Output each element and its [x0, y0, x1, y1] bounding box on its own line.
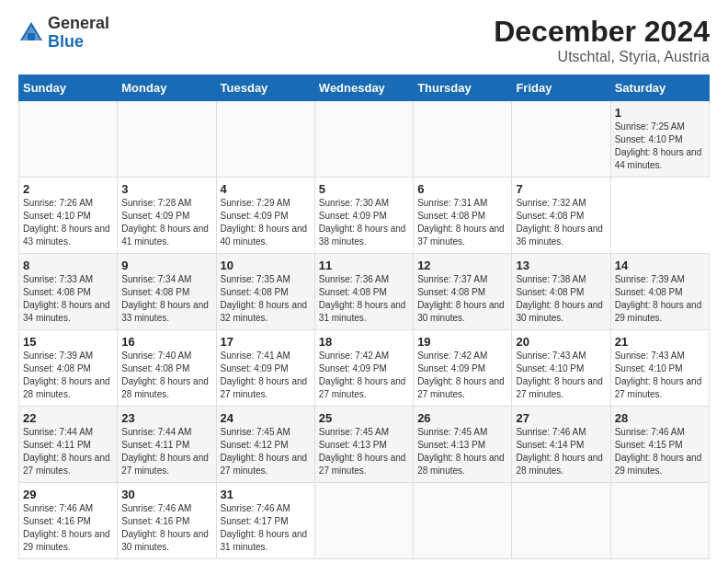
- calendar-cell: 31Sunrise: 7:46 AMSunset: 4:17 PMDayligh…: [216, 483, 314, 559]
- header-row: SundayMondayTuesdayWednesdayThursdayFrid…: [19, 75, 710, 101]
- day-info: Sunrise: 7:31 AMSunset: 4:08 PMDaylight:…: [417, 197, 507, 248]
- day-info: Sunrise: 7:44 AMSunset: 4:11 PMDaylight:…: [121, 426, 211, 477]
- day-info: Sunrise: 7:43 AMSunset: 4:10 PMDaylight:…: [516, 350, 606, 401]
- day-number: 24: [221, 411, 311, 425]
- calendar-cell: 12Sunrise: 7:37 AMSunset: 4:08 PMDayligh…: [414, 254, 512, 330]
- day-info: Sunrise: 7:42 AMSunset: 4:09 PMDaylight:…: [319, 350, 409, 401]
- day-number: 3: [121, 182, 211, 196]
- day-info: Sunrise: 7:28 AMSunset: 4:09 PMDaylight:…: [121, 197, 211, 248]
- day-info: Sunrise: 7:37 AMSunset: 4:08 PMDaylight:…: [417, 273, 507, 325]
- day-info: Sunrise: 7:36 AMSunset: 4:08 PMDaylight:…: [319, 273, 409, 325]
- day-number: 27: [516, 411, 606, 425]
- day-info: Sunrise: 7:42 AMSunset: 4:09 PMDaylight:…: [417, 350, 507, 401]
- week-row-1: 1Sunrise: 7:25 AMSunset: 4:10 PMDaylight…: [19, 101, 710, 178]
- title-section: December 2024 Utschtal, Styria, Austria: [494, 15, 710, 65]
- calendar-cell: 15Sunrise: 7:39 AMSunset: 4:08 PMDayligh…: [19, 330, 118, 407]
- day-number: 9: [121, 259, 211, 272]
- calendar-cell: 6Sunrise: 7:31 AMSunset: 4:08 PMDaylight…: [414, 178, 512, 254]
- day-number: 15: [23, 335, 113, 349]
- day-number: 31: [221, 488, 311, 501]
- day-info: Sunrise: 7:46 AMSunset: 4:15 PMDaylight:…: [615, 426, 705, 477]
- week-row-6: 29Sunrise: 7:46 AMSunset: 4:16 PMDayligh…: [19, 483, 710, 559]
- calendar-cell: 25Sunrise: 7:45 AMSunset: 4:13 PMDayligh…: [314, 407, 413, 483]
- day-info: Sunrise: 7:38 AMSunset: 4:08 PMDaylight:…: [516, 273, 606, 325]
- day-info: Sunrise: 7:46 AMSunset: 4:16 PMDaylight:…: [121, 502, 211, 554]
- day-info: Sunrise: 7:35 AMSunset: 4:08 PMDaylight:…: [221, 273, 311, 325]
- day-info: Sunrise: 7:39 AMSunset: 4:08 PMDaylight:…: [615, 273, 705, 325]
- calendar-cell: 3Sunrise: 7:28 AMSunset: 4:09 PMDaylight…: [118, 178, 216, 254]
- calendar-cell: 22Sunrise: 7:44 AMSunset: 4:11 PMDayligh…: [19, 407, 118, 483]
- day-number: 28: [615, 411, 705, 425]
- calendar-cell: 16Sunrise: 7:40 AMSunset: 4:08 PMDayligh…: [118, 330, 216, 407]
- day-info: Sunrise: 7:43 AMSunset: 4:10 PMDaylight:…: [615, 350, 705, 401]
- calendar-cell: 11Sunrise: 7:36 AMSunset: 4:08 PMDayligh…: [314, 254, 413, 330]
- day-number: 1: [615, 106, 705, 120]
- day-info: Sunrise: 7:25 AMSunset: 4:10 PMDaylight:…: [615, 121, 705, 172]
- calendar-cell: 29Sunrise: 7:46 AMSunset: 4:16 PMDayligh…: [19, 483, 118, 559]
- col-header-saturday: Saturday: [610, 75, 709, 101]
- day-number: 19: [417, 335, 507, 349]
- calendar-cell: [610, 483, 709, 559]
- week-row-4: 15Sunrise: 7:39 AMSunset: 4:08 PMDayligh…: [19, 330, 710, 407]
- col-header-sunday: Sunday: [19, 75, 118, 101]
- logo-blue: Blue: [48, 33, 109, 52]
- day-info: Sunrise: 7:45 AMSunset: 4:12 PMDaylight:…: [221, 426, 311, 477]
- page-container: General Blue December 2024 Utschtal, Sty…: [0, 0, 728, 563]
- day-number: 11: [319, 259, 409, 272]
- calendar-cell: 24Sunrise: 7:45 AMSunset: 4:12 PMDayligh…: [216, 407, 314, 483]
- calendar-cell: 7Sunrise: 7:32 AMSunset: 4:08 PMDaylight…: [512, 178, 610, 254]
- calendar-cell: 1Sunrise: 7:25 AMSunset: 4:10 PMDaylight…: [610, 101, 709, 178]
- calendar-cell: [314, 101, 413, 178]
- day-number: 23: [121, 411, 211, 425]
- calendar-cell: [314, 483, 413, 559]
- day-number: 16: [121, 335, 211, 349]
- calendar-cell: 14Sunrise: 7:39 AMSunset: 4:08 PMDayligh…: [610, 254, 709, 330]
- day-number: 12: [417, 259, 507, 272]
- calendar-cell: 19Sunrise: 7:42 AMSunset: 4:09 PMDayligh…: [414, 330, 512, 407]
- logo-text: General Blue: [48, 15, 109, 52]
- day-info: Sunrise: 7:29 AMSunset: 4:09 PMDaylight:…: [221, 197, 311, 248]
- day-info: Sunrise: 7:39 AMSunset: 4:08 PMDaylight:…: [23, 350, 113, 401]
- calendar-cell: 13Sunrise: 7:38 AMSunset: 4:08 PMDayligh…: [512, 254, 610, 330]
- calendar-cell: 5Sunrise: 7:30 AMSunset: 4:09 PMDaylight…: [314, 178, 413, 254]
- calendar-cell: 9Sunrise: 7:34 AMSunset: 4:08 PMDaylight…: [118, 254, 216, 330]
- calendar-cell: 8Sunrise: 7:33 AMSunset: 4:08 PMDaylight…: [19, 254, 118, 330]
- day-info: Sunrise: 7:44 AMSunset: 4:11 PMDaylight:…: [23, 426, 113, 477]
- day-number: 29: [23, 488, 113, 501]
- day-number: 4: [221, 182, 311, 196]
- calendar-cell: [118, 101, 216, 178]
- day-number: 30: [121, 488, 211, 501]
- month-title: December 2024: [494, 15, 710, 49]
- day-number: 14: [615, 259, 705, 272]
- day-number: 26: [417, 411, 507, 425]
- col-header-monday: Monday: [118, 75, 216, 101]
- logo: General Blue: [18, 15, 109, 52]
- week-row-5: 22Sunrise: 7:44 AMSunset: 4:11 PMDayligh…: [19, 407, 710, 483]
- day-number: 8: [23, 259, 113, 272]
- calendar-cell: [414, 483, 512, 559]
- day-info: Sunrise: 7:45 AMSunset: 4:13 PMDaylight:…: [417, 426, 507, 477]
- day-info: Sunrise: 7:30 AMSunset: 4:09 PMDaylight:…: [319, 197, 409, 248]
- day-info: Sunrise: 7:46 AMSunset: 4:14 PMDaylight:…: [516, 426, 606, 477]
- day-number: 22: [23, 411, 113, 425]
- calendar-cell: [19, 101, 118, 178]
- day-number: 10: [221, 259, 311, 272]
- day-info: Sunrise: 7:41 AMSunset: 4:09 PMDaylight:…: [221, 350, 311, 401]
- location: Utschtal, Styria, Austria: [494, 49, 710, 65]
- day-number: 18: [319, 335, 409, 349]
- calendar-cell: 2Sunrise: 7:26 AMSunset: 4:10 PMDaylight…: [19, 178, 118, 254]
- calendar-cell: 28Sunrise: 7:46 AMSunset: 4:15 PMDayligh…: [610, 407, 709, 483]
- day-number: 7: [516, 182, 606, 196]
- day-number: 2: [23, 182, 113, 196]
- col-header-friday: Friday: [512, 75, 610, 101]
- calendar-cell: 21Sunrise: 7:43 AMSunset: 4:10 PMDayligh…: [610, 330, 709, 407]
- day-info: Sunrise: 7:40 AMSunset: 4:08 PMDaylight:…: [121, 350, 211, 401]
- calendar-cell: 27Sunrise: 7:46 AMSunset: 4:14 PMDayligh…: [512, 407, 610, 483]
- calendar-cell: [414, 101, 512, 178]
- calendar-cell: 4Sunrise: 7:29 AMSunset: 4:09 PMDaylight…: [216, 178, 314, 254]
- week-row-2: 2Sunrise: 7:26 AMSunset: 4:10 PMDaylight…: [19, 178, 710, 254]
- day-number: 5: [319, 182, 409, 196]
- day-number: 17: [221, 335, 311, 349]
- day-number: 25: [319, 411, 409, 425]
- calendar-cell: 20Sunrise: 7:43 AMSunset: 4:10 PMDayligh…: [512, 330, 610, 407]
